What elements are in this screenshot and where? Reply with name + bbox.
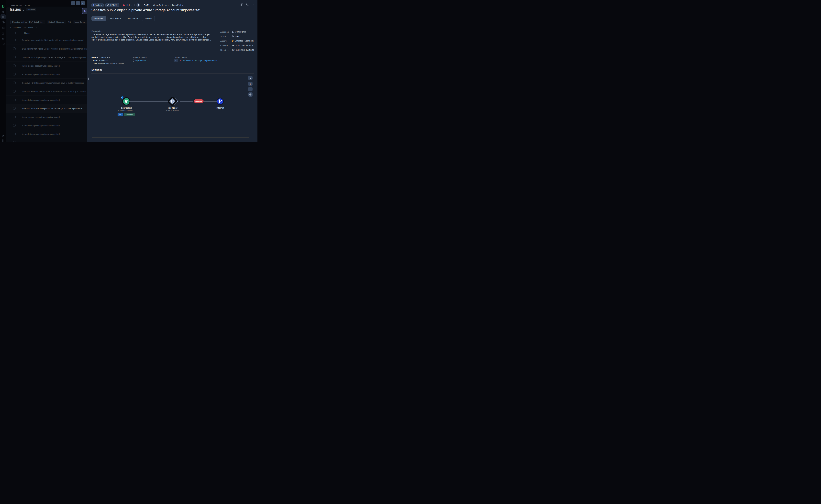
severity-label: High <box>126 4 130 6</box>
breadcrumb-parent[interactable]: Cases & Issues <box>10 4 22 6</box>
assignee-chevron-down-icon[interactable]: ⌄ <box>252 31 253 33</box>
node-sublabel-storage: Azure Storage Acc... <box>110 110 143 112</box>
evidence-heading: Evidence <box>91 68 102 71</box>
row-checkbox[interactable] <box>13 39 16 41</box>
open-duration-label: Open for 6 days <box>153 4 168 6</box>
gear-icon[interactable] <box>1 134 5 138</box>
center-graph-button[interactable] <box>248 92 253 97</box>
zoom-in-button[interactable]: + <box>248 82 253 86</box>
row-checkbox[interactable] <box>13 141 16 142</box>
refresh-icon[interactable] <box>35 26 37 29</box>
table-row[interactable]: A cloud storage configuration was modifi… <box>6 70 87 78</box>
zoom-out-button[interactable]: − <box>248 87 253 91</box>
apps-grid-icon[interactable] <box>1 139 5 142</box>
inventory-icon[interactable] <box>1 31 5 35</box>
eye-icon[interactable] <box>1 20 5 24</box>
kebab-menu-icon[interactable] <box>253 4 254 6</box>
header-divider <box>134 4 135 6</box>
pii-tag[interactable]: PII <box>117 113 123 116</box>
previous-issue-button[interactable]: ↑ <box>71 1 75 5</box>
header-divider <box>142 4 142 6</box>
row-checkbox[interactable] <box>13 56 16 58</box>
issue-header-row: Posture 670538 High ⌄ DATA Open for 6 da… <box>91 3 183 7</box>
row-checkbox[interactable] <box>13 82 16 84</box>
files-grid-icon <box>171 100 174 103</box>
row-checkbox[interactable] <box>13 73 16 75</box>
blocks-icon[interactable] <box>1 37 5 41</box>
status-chevron-down-icon[interactable]: ⌄ <box>252 36 253 37</box>
node-label-internet[interactable]: Internet <box>204 107 237 109</box>
title-chevron-down-icon[interactable]: ⌄ <box>23 9 24 11</box>
linked-case[interactable]: 60 Sensitive public object in private Az… <box>174 59 254 62</box>
evidence-search-button[interactable] <box>248 76 253 80</box>
row-title: Sensitive public object in private Azure… <box>22 107 87 110</box>
next-issue-button[interactable]: ↓ <box>76 1 80 5</box>
radar-icon[interactable] <box>1 26 5 30</box>
row-checkbox[interactable] <box>13 133 16 135</box>
mitre-technique[interactable]: T1537Transfer Data to Cloud Account <box>91 63 124 65</box>
issues-rows: Sensitive sharepoint site 'Nati-public' … <box>6 36 87 142</box>
row-checkbox[interactable] <box>13 64 16 67</box>
unsaved-badge: Unsaved <box>26 8 36 11</box>
posture-badge[interactable]: Posture <box>91 3 104 7</box>
node-label-storage[interactable]: digoritestsa <box>110 107 143 109</box>
table-row[interactable]: Sensitive sharepoint site 'Nati-public' … <box>6 36 87 44</box>
created-label: Created: <box>221 44 228 47</box>
table-row[interactable]: Azure storage account was publicly share… <box>6 138 87 142</box>
row-checkbox[interactable] <box>13 47 16 50</box>
row-title: A cloud storage configuration was modifi… <box>22 99 87 101</box>
table-row-selected[interactable]: Sensitive public object in private Azure… <box>6 104 87 113</box>
layout-panel-icon[interactable] <box>241 3 243 7</box>
row-checkbox[interactable] <box>13 124 16 127</box>
table-row[interactable]: Azure storage account was publicly share… <box>6 61 87 70</box>
row-checkbox[interactable] <box>13 107 16 110</box>
tab-work-plan[interactable]: Work Plan <box>125 16 140 21</box>
storage-account-node[interactable] <box>122 97 130 105</box>
table-row[interactable]: Sensitive public object in private Azure… <box>6 53 87 61</box>
table-row[interactable]: Azure storage account was publicly share… <box>6 113 87 121</box>
mitre-tactic[interactable]: TA0010Exfiltration <box>91 60 108 62</box>
table-row[interactable]: A cloud storage configuration was modifi… <box>6 130 87 138</box>
files-node[interactable] <box>166 95 179 108</box>
select-all-checkbox[interactable] <box>13 32 16 34</box>
table-row[interactable]: A cloud storage configuration was modifi… <box>6 121 87 130</box>
header-divider <box>170 4 170 6</box>
table-row[interactable]: Data flowing from Azure Storage Account … <box>6 44 87 53</box>
table-row[interactable]: Sensitive RDS Database Instance 'treasur… <box>6 87 87 95</box>
category-label: DATA <box>144 4 149 6</box>
sensitive-tag[interactable]: Sensitive <box>124 113 135 116</box>
case-link[interactable]: Sensitive public object in private Azu <box>182 59 217 62</box>
network-icon[interactable] <box>1 42 5 46</box>
filter-chip-status[interactable]: Status != Resolved <box>47 20 66 24</box>
table-row[interactable]: Sensitive RDS Database Instance 'treasur… <box>6 78 87 87</box>
node-sublabel-files[interactable]: Click to expand <box>156 110 189 112</box>
policy-label: Data Policy <box>172 4 183 6</box>
filter-chip-issue-domain[interactable]: Issue Domain = <box>73 20 87 24</box>
orca-logo-icon[interactable] <box>1 4 5 8</box>
severity-dropdown[interactable]: High ⌄ <box>123 4 133 6</box>
tab-war-room[interactable]: War Room <box>107 16 123 21</box>
tab-overview[interactable]: Overview <box>91 16 106 21</box>
tab-actions[interactable]: Actions <box>142 16 154 21</box>
access-edge-badge[interactable]: Access <box>193 99 203 103</box>
filter-chip-detection-method[interactable]: Detection Method = DLP, Data Policy <box>11 20 45 24</box>
panel-resize-handle[interactable] <box>87 76 89 80</box>
assignee-value[interactable]: Unassigned <box>232 31 246 33</box>
issue-side-tab[interactable] <box>82 8 87 14</box>
close-panel-button[interactable]: ✕ <box>81 1 85 5</box>
scan-focus-icon[interactable] <box>246 3 249 7</box>
status-value[interactable]: New <box>232 35 239 38</box>
node-label-files[interactable]: Files (1) (1) <box>156 107 189 109</box>
internet-node[interactable] <box>217 98 224 105</box>
dashboard-icon[interactable] <box>1 10 5 14</box>
issues-shield-alert-icon[interactable] <box>1 15 5 19</box>
column-header-name[interactable]: Name <box>22 32 30 34</box>
row-checkbox[interactable] <box>13 90 16 93</box>
warning-triangle-icon <box>83 10 86 12</box>
header-divider <box>251 4 251 6</box>
row-checkbox[interactable] <box>13 99 16 101</box>
issue-id-badge[interactable]: 670538 <box>105 3 119 7</box>
row-checkbox[interactable] <box>13 116 16 118</box>
affected-asset-link[interactable]: digoritestsa <box>132 59 146 62</box>
table-row[interactable]: A cloud storage configuration was modifi… <box>6 95 87 104</box>
